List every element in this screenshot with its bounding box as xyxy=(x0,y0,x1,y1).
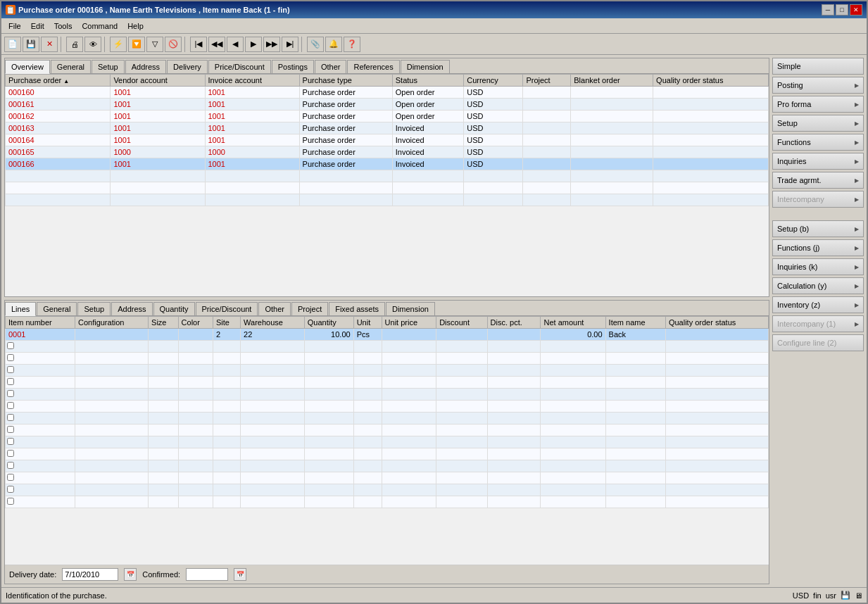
col-item-name[interactable]: Item name xyxy=(605,317,665,329)
list-item[interactable]: 0001 2 22 10.00 Pcs 0.00 Back xyxy=(6,329,769,341)
filter-set-button[interactable]: 🔽 xyxy=(128,37,145,52)
save-button[interactable]: 💾 xyxy=(23,37,39,52)
row-checkbox[interactable] xyxy=(7,426,14,433)
tab-lines[interactable]: Lines xyxy=(5,302,36,316)
help-button[interactable]: ❓ xyxy=(344,37,360,52)
col-vendor-account[interactable]: Vendor account xyxy=(111,75,205,87)
prev-fast-button[interactable]: ◀◀ xyxy=(208,37,225,52)
tab-lines-general[interactable]: General xyxy=(37,302,77,315)
filter-clear-button[interactable]: ⚡ xyxy=(110,37,127,52)
col-currency[interactable]: Currency xyxy=(464,75,523,87)
functions-button-top[interactable]: Functions▶ xyxy=(772,134,864,151)
col-disc-pct[interactable]: Disc. pct. xyxy=(487,317,541,329)
tab-lines-price-discount[interactable]: Price/Discount xyxy=(196,302,258,315)
row-checkbox[interactable] xyxy=(7,438,14,445)
col-lines-quality[interactable]: Quality order status xyxy=(665,317,768,329)
inventory-z-button[interactable]: Inventory (z)▶ xyxy=(772,296,864,313)
confirmed-input[interactable] xyxy=(186,568,228,581)
prev-button[interactable]: ◀ xyxy=(227,37,244,52)
filter-remove-button[interactable]: 🚫 xyxy=(165,37,182,52)
delivery-date-calendar-button[interactable]: 📅 xyxy=(124,568,137,581)
calculation-y-button[interactable]: Calculation (y)▶ xyxy=(772,277,864,294)
last-button[interactable]: ▶| xyxy=(282,37,298,52)
row-checkbox[interactable] xyxy=(7,342,14,349)
row-checkbox[interactable] xyxy=(7,450,14,457)
col-site[interactable]: Site xyxy=(213,317,240,329)
setup-button-top[interactable]: Setup▶ xyxy=(772,115,864,132)
col-blanket-order[interactable]: Blanket order xyxy=(571,75,653,87)
menu-help[interactable]: Help xyxy=(123,20,148,32)
new-button[interactable]: 📄 xyxy=(4,37,21,52)
print-button[interactable]: 🖨 xyxy=(66,37,83,52)
table-row[interactable]: 000162 1001 1001 Purchase order Open ord… xyxy=(6,111,769,122)
first-button[interactable]: |◀ xyxy=(190,37,207,52)
simple-button[interactable]: Simple xyxy=(772,58,864,75)
trade-agrmt-button[interactable]: Trade agrmt.▶ xyxy=(772,172,864,189)
row-checkbox[interactable] xyxy=(7,354,14,361)
tab-dimension[interactable]: Dimension xyxy=(401,60,450,73)
table-row[interactable]: 000165 1000 1000 Purchase order Invoiced… xyxy=(6,146,769,158)
close-button[interactable]: ✕ xyxy=(850,4,862,15)
menu-file[interactable]: File xyxy=(4,20,25,32)
col-size[interactable]: Size xyxy=(149,317,179,329)
row-checkbox[interactable] xyxy=(7,414,14,421)
col-warehouse[interactable]: Warehouse xyxy=(241,317,305,329)
row-checkbox[interactable] xyxy=(7,474,14,481)
col-status[interactable]: Status xyxy=(392,75,463,87)
tab-lines-project[interactable]: Project xyxy=(291,302,328,315)
row-checkbox[interactable] xyxy=(7,462,14,469)
col-unit-price[interactable]: Unit price xyxy=(382,317,436,329)
row-checkbox[interactable] xyxy=(7,366,14,373)
tab-references[interactable]: References xyxy=(347,60,399,73)
tab-lines-address[interactable]: Address xyxy=(111,302,152,315)
row-checkbox[interactable] xyxy=(7,390,14,397)
table-row[interactable]: 000166 1001 1001 Purchase order Invoiced… xyxy=(6,158,769,170)
row-checkbox[interactable] xyxy=(7,486,14,493)
functions-j-button[interactable]: Functions (j)▶ xyxy=(772,239,864,256)
lines-grid-container[interactable]: Item number Configuration Size Color Sit… xyxy=(5,316,769,565)
col-configuration[interactable]: Configuration xyxy=(75,317,148,329)
table-row[interactable]: 000164 1001 1001 Purchase order Invoiced… xyxy=(6,134,769,146)
tab-lines-other[interactable]: Other xyxy=(258,302,291,315)
row-checkbox[interactable] xyxy=(7,402,14,409)
tab-setup[interactable]: Setup xyxy=(92,60,125,73)
minimize-button[interactable]: ─ xyxy=(822,4,834,15)
table-row[interactable]: 000161 1001 1001 Purchase order Open ord… xyxy=(6,99,769,111)
filter-apply-button[interactable]: ▽ xyxy=(146,37,163,52)
tab-lines-fixed-assets[interactable]: Fixed assets xyxy=(329,302,385,315)
col-purchase-order[interactable]: Purchase order ▲ xyxy=(6,75,111,87)
tab-lines-dimension[interactable]: Dimension xyxy=(386,302,435,315)
tab-general[interactable]: General xyxy=(51,60,91,73)
tab-overview[interactable]: Overview xyxy=(5,60,50,74)
menu-command[interactable]: Command xyxy=(77,20,122,32)
col-quality-order-status[interactable]: Quality order status xyxy=(653,75,769,87)
next-fast-button[interactable]: ▶▶ xyxy=(263,37,280,52)
tab-lines-setup[interactable]: Setup xyxy=(77,302,111,315)
pro-forma-button[interactable]: Pro forma▶ xyxy=(772,96,864,113)
col-item-number[interactable]: Item number xyxy=(6,317,75,329)
col-project[interactable]: Project xyxy=(523,75,571,87)
row-checkbox[interactable] xyxy=(7,498,14,505)
tab-address[interactable]: Address xyxy=(125,60,166,73)
inquiries-k-button[interactable]: Inquiries (k)▶ xyxy=(772,258,864,275)
preview-button[interactable]: 👁 xyxy=(84,37,101,52)
posting-button[interactable]: Posting▶ xyxy=(772,77,864,94)
row-checkbox[interactable] xyxy=(7,378,14,385)
setup-b-button[interactable]: Setup (b)▶ xyxy=(772,220,864,237)
maximize-button[interactable]: □ xyxy=(836,4,848,15)
table-row[interactable]: 000160 1001 1001 Purchase order Open ord… xyxy=(6,87,769,99)
col-quantity[interactable]: Quantity xyxy=(304,317,353,329)
tab-delivery[interactable]: Delivery xyxy=(167,60,208,73)
col-unit[interactable]: Unit xyxy=(353,317,382,329)
tab-other[interactable]: Other xyxy=(315,60,347,73)
tab-postings[interactable]: Postings xyxy=(272,60,314,73)
col-color[interactable]: Color xyxy=(178,317,213,329)
inquiries-button-top[interactable]: Inquiries▶ xyxy=(772,153,864,170)
next-button[interactable]: ▶ xyxy=(245,37,262,52)
confirmed-calendar-button[interactable]: 📅 xyxy=(234,568,246,581)
orders-grid-container[interactable]: Purchase order ▲ Vendor account Invoice … xyxy=(5,74,769,296)
col-invoice-account[interactable]: Invoice account xyxy=(205,75,299,87)
tab-lines-quantity[interactable]: Quantity xyxy=(153,302,195,315)
attach-button[interactable]: 📎 xyxy=(307,37,324,52)
tab-price-discount[interactable]: Price/Discount xyxy=(208,60,271,73)
